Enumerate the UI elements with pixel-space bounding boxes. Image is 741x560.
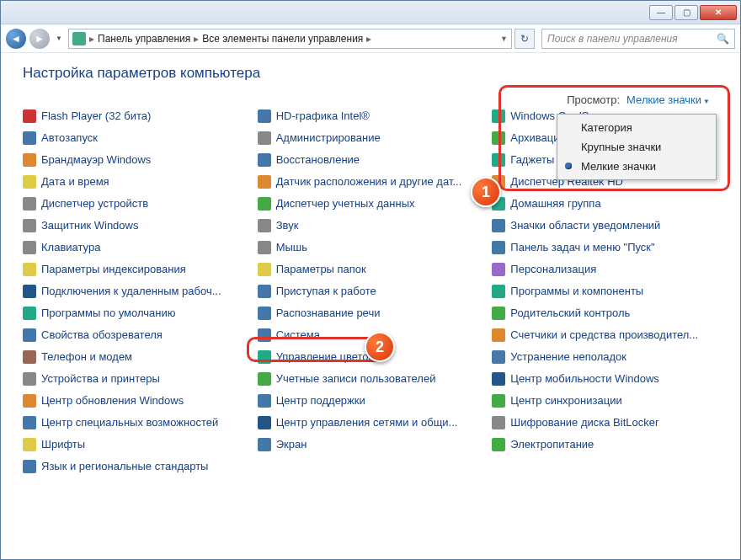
cpanel-item[interactable]: Свойства обозревателя xyxy=(23,326,249,344)
cpanel-item[interactable]: Персонализация xyxy=(492,260,718,278)
item-icon xyxy=(23,241,36,254)
cpanel-icon xyxy=(72,32,86,45)
cpanel-item[interactable]: HD-графика Intel® xyxy=(258,107,484,125)
cpanel-item[interactable]: Брандмауэр Windows xyxy=(23,151,249,168)
cpanel-item[interactable]: Восстановление xyxy=(258,151,484,168)
cpanel-item[interactable]: Панель задач и меню "Пуск" xyxy=(492,238,718,256)
breadcrumb[interactable]: Панель управления xyxy=(98,33,190,45)
item-icon xyxy=(258,263,271,276)
cpanel-item[interactable]: Центр поддержки xyxy=(258,392,484,409)
cpanel-item[interactable]: Распознавание речи xyxy=(258,304,484,322)
view-value[interactable]: Мелкие значки▼ xyxy=(626,93,710,106)
annotation-marker-1: 1 xyxy=(471,177,501,207)
cpanel-item[interactable]: Центр специальных возможностей xyxy=(23,413,249,431)
annotation-marker-2: 2 xyxy=(365,332,395,362)
cpanel-item[interactable]: Центр управления сетями и общи... xyxy=(258,413,484,431)
item-icon xyxy=(23,175,36,189)
item-icon xyxy=(492,372,505,386)
item-label: Шифрование диска BitLocker xyxy=(510,416,658,429)
search-icon: 🔍 xyxy=(717,33,729,45)
item-label: Подключения к удаленным рабоч... xyxy=(41,285,221,297)
cpanel-item[interactable]: Счетчики и средства производител... xyxy=(492,326,718,344)
breadcrumb[interactable]: Все элементы панели управления xyxy=(202,33,363,45)
cpanel-item[interactable]: Учетные записи пользователей xyxy=(258,370,484,387)
cpanel-item[interactable]: Домашняя группа xyxy=(492,195,718,212)
item-label: Центр синхронизации xyxy=(510,394,621,407)
cpanel-item[interactable]: Диспетчер устройств xyxy=(23,195,249,212)
item-label: Телефон и модем xyxy=(41,350,132,363)
cpanel-item[interactable]: Администрирование xyxy=(258,129,484,147)
cpanel-item[interactable]: Язык и региональные стандарты xyxy=(23,457,249,475)
item-label: Защитник Windows xyxy=(41,219,138,232)
cpanel-item[interactable]: Приступая к работе xyxy=(258,282,484,300)
cpanel-item[interactable]: Родительский контроль xyxy=(492,304,718,322)
item-label: Электропитание xyxy=(510,438,594,451)
cpanel-item[interactable]: Программы и компоненты xyxy=(492,282,718,300)
cpanel-item[interactable]: Параметры папок xyxy=(258,260,484,278)
back-button[interactable]: ◄ xyxy=(6,29,26,49)
cpanel-item[interactable]: Программы по умолчанию xyxy=(23,304,249,322)
search-input[interactable]: Поиск в панели управления 🔍 xyxy=(541,29,735,49)
item-label: Звук xyxy=(276,219,299,232)
cpanel-item[interactable]: Значки области уведомлений xyxy=(492,216,718,234)
item-label: Восстановление xyxy=(276,153,360,166)
item-icon xyxy=(492,307,505,320)
cpanel-item[interactable]: Дата и время xyxy=(23,173,249,190)
item-icon xyxy=(23,307,36,320)
minimize-button[interactable]: — xyxy=(649,5,673,20)
item-icon xyxy=(258,328,271,342)
item-label: Центр управления сетями и общи... xyxy=(276,416,458,429)
item-label: Приступая к работе xyxy=(276,285,376,297)
view-option-large-icons[interactable]: Крупные значки xyxy=(559,137,714,157)
cpanel-item[interactable]: Клавиатура xyxy=(23,238,249,256)
cpanel-item[interactable]: Защитник Windows xyxy=(23,216,249,234)
cpanel-item[interactable]: Диспетчер учетных данных xyxy=(258,195,484,212)
item-label: Значки области уведомлений xyxy=(510,219,660,232)
item-icon xyxy=(23,109,36,123)
item-icon xyxy=(492,263,505,276)
item-icon xyxy=(23,438,36,451)
cpanel-item[interactable]: Шифрование диска BitLocker xyxy=(492,413,718,431)
cpanel-item[interactable]: Электропитание xyxy=(492,435,718,453)
item-icon xyxy=(23,394,36,408)
cpanel-item[interactable]: Устранение неполадок xyxy=(492,348,718,365)
view-option-category[interactable]: Категория xyxy=(559,118,714,137)
cpanel-item[interactable]: Мышь xyxy=(258,238,484,256)
item-label: Диспетчер учетных данных xyxy=(276,197,415,210)
maximize-button[interactable]: ▢ xyxy=(674,5,698,20)
address-bar[interactable]: ▸ Панель управления ▸ Все элементы панел… xyxy=(68,29,512,49)
item-icon xyxy=(23,416,36,429)
chevron-down-icon[interactable]: ▼ xyxy=(500,35,508,43)
item-icon xyxy=(258,109,271,123)
cpanel-item[interactable]: Телефон и модем xyxy=(23,348,249,365)
cpanel-item[interactable]: Подключения к удаленным рабоч... xyxy=(23,282,249,300)
page-title: Настройка параметров компьютера xyxy=(23,65,718,82)
item-icon xyxy=(492,109,505,123)
refresh-button[interactable]: ↻ xyxy=(514,29,535,49)
item-label: Flash Player (32 бита) xyxy=(41,109,151,122)
forward-button[interactable]: ► xyxy=(29,29,50,49)
item-icon xyxy=(23,372,36,386)
history-dropdown-icon[interactable]: ▼ xyxy=(53,30,65,47)
item-label: Параметры папок xyxy=(276,263,366,275)
item-label: Счетчики и средства производител... xyxy=(510,328,698,341)
cpanel-item[interactable]: Flash Player (32 бита) xyxy=(23,107,249,125)
close-button[interactable]: ✕ xyxy=(700,5,737,20)
cpanel-item[interactable]: Экран xyxy=(258,435,484,453)
cpanel-item[interactable]: Автозапуск xyxy=(23,129,249,147)
item-icon xyxy=(23,460,36,473)
cpanel-item[interactable]: Центр обновления Windows xyxy=(23,392,249,409)
item-label: Администрирование xyxy=(276,131,381,144)
cpanel-item[interactable]: Устройства и принтеры xyxy=(23,370,249,387)
item-label: Параметры индексирования xyxy=(41,263,186,275)
cpanel-item[interactable]: Шрифты xyxy=(23,435,249,453)
view-selector[interactable]: Просмотр: Мелкие значки▼ xyxy=(567,93,710,106)
cpanel-item[interactable]: Центр мобильности Windows xyxy=(492,370,718,387)
cpanel-item[interactable]: Звук xyxy=(258,216,484,234)
cpanel-item[interactable]: Датчик расположения и другие дат... xyxy=(258,173,484,190)
item-icon xyxy=(23,197,36,211)
view-option-small-icons[interactable]: Мелкие значки xyxy=(559,157,714,176)
item-label: Персонализация xyxy=(510,263,596,275)
cpanel-item[interactable]: Центр синхронизации xyxy=(492,392,718,409)
cpanel-item[interactable]: Параметры индексирования xyxy=(23,260,249,278)
